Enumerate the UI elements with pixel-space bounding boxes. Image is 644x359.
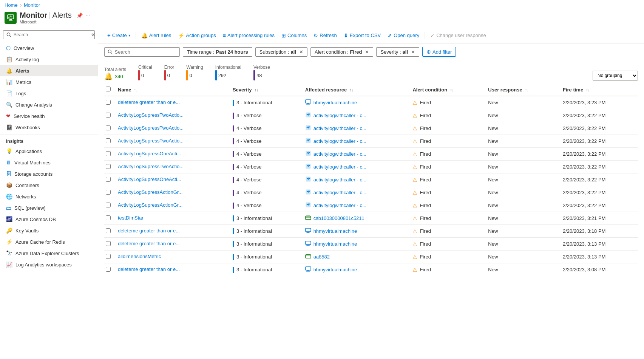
row-checkbox-cell[interactable] — [104, 238, 115, 251]
row-checkbox[interactable] — [106, 138, 111, 143]
create-button[interactable]: + Create ▾ — [104, 30, 133, 40]
row-resource-link[interactable]: activitylogwithcaller - c... — [314, 203, 366, 208]
action-groups-button[interactable]: ⚡ Action groups — [175, 31, 219, 40]
add-filter-button[interactable]: ⊕ Add filter — [422, 47, 456, 57]
row-name-link[interactable]: ActivityLogSupressOneActi... — [118, 151, 181, 156]
row-checkbox-cell[interactable] — [104, 199, 115, 212]
row-checkbox[interactable] — [106, 203, 111, 207]
row-checkbox[interactable] — [106, 113, 111, 118]
alert-processing-rules-button[interactable]: ≡ Alert processing rules — [220, 31, 278, 40]
breadcrumb-monitor[interactable]: Monitor — [24, 2, 40, 8]
grouping-select[interactable]: No grouping — [593, 71, 638, 80]
severity-close-icon[interactable]: ✕ — [411, 49, 415, 55]
alert-condition-filter[interactable]: Alert condition : Fired ✕ — [310, 47, 373, 57]
row-checkbox-cell[interactable] — [104, 186, 115, 199]
main-search-box[interactable] — [104, 47, 180, 57]
more-icon[interactable]: ··· — [86, 12, 90, 19]
row-name-link[interactable]: ActivityLogSupressTwoActio... — [118, 164, 184, 169]
alert-condition-column-header[interactable]: Alert condition ↑↓ — [409, 84, 485, 96]
row-name-link[interactable]: deleteme greater than or e... — [118, 99, 180, 105]
user-response-column-header[interactable]: User response ↑↓ — [485, 84, 560, 96]
row-resource-link[interactable]: activitylogwithcaller - c... — [314, 177, 366, 183]
nav-item-metrics[interactable]: 📊 Metrics — [0, 76, 98, 88]
row-resource-link[interactable]: activitylogwithcaller - c... — [314, 138, 366, 144]
nav-item-data-explorer[interactable]: 🔭 Azure Data Explorer Clusters — [0, 248, 98, 259]
nav-item-workbooks[interactable]: 📓 Workbooks — [0, 122, 98, 133]
row-resource-link[interactable]: hhmyvirtualmachine — [314, 100, 357, 105]
row-checkbox[interactable] — [106, 241, 111, 246]
row-checkbox-cell[interactable] — [104, 251, 115, 263]
row-checkbox-cell[interactable] — [104, 122, 115, 135]
row-checkbox-cell[interactable] — [104, 225, 115, 238]
row-resource-link[interactable]: hhmyvirtualmachine — [314, 228, 357, 234]
select-all-checkbox[interactable] — [106, 87, 111, 91]
row-checkbox-cell[interactable] — [104, 212, 115, 225]
row-checkbox[interactable] — [106, 100, 111, 105]
nav-item-containers[interactable]: 📦 Containers — [0, 180, 98, 191]
row-checkbox-cell[interactable] — [104, 161, 115, 173]
subscription-filter[interactable]: Subscription : all ✕ — [255, 47, 307, 57]
nav-item-overview[interactable]: ⬡ Overview — [0, 42, 98, 54]
row-resource-link[interactable]: activitylogwithcaller - c... — [314, 113, 366, 118]
row-name-link[interactable]: ActivityLogSupressActionGr... — [118, 202, 182, 208]
nav-item-networks[interactable]: 🌐 Networks — [0, 191, 98, 202]
row-name-link[interactable]: testDimStar — [118, 215, 144, 221]
export-csv-button[interactable]: ⬇ Export to CSV — [341, 31, 384, 40]
nav-item-key-vaults[interactable]: 🔑 Key Vaults — [0, 225, 98, 236]
row-name-link[interactable]: ActivityLogSupressTwoActio... — [118, 112, 184, 118]
columns-button[interactable]: ⊞ Columns — [278, 31, 310, 40]
sidebar-search-box[interactable] — [3, 30, 95, 39]
row-checkbox-cell[interactable] — [104, 148, 115, 161]
alert-rules-button[interactable]: 🔔 Alert rules — [138, 31, 175, 40]
alert-condition-close-icon[interactable]: ✕ — [365, 49, 369, 55]
row-resource-link[interactable]: aa8582 — [314, 254, 330, 260]
row-resource-link[interactable]: activitylogwithcaller - c... — [314, 190, 366, 195]
row-checkbox[interactable] — [106, 151, 111, 156]
fire-time-column-header[interactable]: Fire time ↑↓ — [560, 84, 638, 96]
row-checkbox[interactable] — [106, 190, 111, 195]
row-checkbox[interactable] — [106, 164, 111, 169]
nav-item-activity-log[interactable]: 📋 Activity log — [0, 54, 98, 65]
row-name-link[interactable]: deleteme greater than or e... — [118, 266, 180, 272]
row-name-link[interactable]: alldimensionsMetric — [118, 254, 161, 259]
nav-item-log-analytics[interactable]: 📈 Log Analytics workspaces — [0, 259, 98, 270]
row-name-link[interactable]: ActivityLogSupressActionGr... — [118, 189, 182, 195]
row-checkbox-cell[interactable] — [104, 135, 115, 148]
row-checkbox-cell[interactable] — [104, 263, 115, 276]
nav-item-azure-cache[interactable]: ⚡ Azure Cache for Redis — [0, 236, 98, 248]
row-resource-link[interactable]: csb10030000801c5211 — [314, 215, 364, 221]
row-checkbox-cell[interactable] — [104, 109, 115, 122]
select-all-header[interactable] — [104, 84, 115, 96]
row-checkbox[interactable] — [106, 125, 111, 130]
nav-item-virtual-machines[interactable]: 🖥 Virtual Machines — [0, 157, 98, 168]
row-checkbox[interactable] — [106, 228, 111, 233]
time-range-filter[interactable]: Time range : Past 24 hours — [183, 47, 252, 57]
sidebar-search-input[interactable] — [14, 32, 91, 37]
open-query-button[interactable]: ⇗ Open query — [385, 31, 422, 40]
row-resource-link[interactable]: hhmyvirtualmachine — [314, 241, 357, 247]
pin-icon[interactable]: 📌 — [76, 12, 83, 19]
row-checkbox[interactable] — [106, 215, 111, 220]
subscription-close-icon[interactable]: ✕ — [299, 49, 303, 55]
nav-item-sql[interactable]: 🗃 SQL (preview) — [0, 202, 98, 214]
main-search-input[interactable] — [115, 49, 176, 55]
row-checkbox[interactable] — [106, 177, 111, 182]
row-name-link[interactable]: deleteme greater than or e... — [118, 228, 180, 234]
nav-item-logs[interactable]: 📄 Logs — [0, 88, 98, 99]
severity-column-header[interactable]: Severity ↑↓ — [230, 84, 302, 96]
nav-item-cosmos-db[interactable]: 🌌 Azure Cosmos DB — [0, 214, 98, 225]
nav-item-service-health[interactable]: ❤ Service health — [0, 110, 98, 122]
breadcrumb-home[interactable]: Home — [5, 2, 18, 8]
sidebar-collapse-button[interactable]: « — [91, 31, 95, 38]
row-resource-link[interactable]: hhmyvirtualmachine — [314, 267, 357, 272]
row-name-link[interactable]: ActivityLogSupressOneActi... — [118, 176, 181, 182]
row-checkbox[interactable] — [106, 267, 111, 272]
row-resource-link[interactable]: activitylogwithcaller - c... — [314, 151, 366, 157]
affected-resource-column-header[interactable]: Affected resource ↑↓ — [302, 84, 410, 96]
row-name-link[interactable]: deleteme greater than or e... — [118, 241, 180, 246]
change-user-response-button[interactable]: ✓ Change user response — [427, 31, 489, 40]
nav-item-applications[interactable]: 💡 Applications — [0, 145, 98, 157]
refresh-button[interactable]: ↻ Refresh — [310, 31, 340, 40]
row-name-link[interactable]: ActivityLogSupressTwoActio... — [118, 138, 184, 144]
row-name-link[interactable]: ActivityLogSupressTwoActio... — [118, 125, 184, 131]
